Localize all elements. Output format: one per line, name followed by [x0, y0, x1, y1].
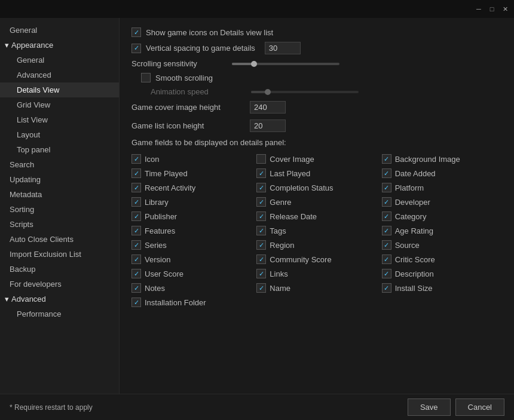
sidebar-item-scripts[interactable]: Scripts: [0, 217, 119, 232]
field-label-age-rating: Age Rating: [395, 226, 433, 235]
maximize-button[interactable]: □: [487, 4, 497, 14]
field-checkbox-platform[interactable]: [382, 183, 391, 192]
field-item-publisher: Publisher: [131, 210, 252, 222]
field-label-background-image: Background Image: [395, 155, 460, 164]
save-button[interactable]: Save: [408, 398, 451, 416]
sidebar-item-appearance-grid-view[interactable]: Grid View: [0, 97, 119, 112]
field-checkbox-cover-image[interactable]: [256, 154, 266, 164]
field-item-platform: Platform: [382, 182, 502, 194]
close-button[interactable]: ✕: [500, 4, 510, 14]
sidebar-item-backup[interactable]: Backup: [0, 262, 119, 277]
field-label-name: Name: [270, 284, 290, 293]
field-checkbox-critic-score[interactable]: [382, 255, 391, 264]
sidebar-item-appearance-details-view[interactable]: Details View: [0, 82, 119, 97]
vertical-spacing-checkbox[interactable]: [131, 44, 141, 53]
field-checkbox-background-image[interactable]: [382, 154, 391, 164]
field-item-version: Version: [131, 253, 252, 265]
field-checkbox-links[interactable]: [256, 269, 266, 278]
field-checkbox-version[interactable]: [131, 255, 141, 264]
sidebar-item-appearance-top-panel[interactable]: Top panel: [0, 142, 119, 157]
sidebar-item-import-exclusion-list[interactable]: Import Exclusion List: [0, 247, 119, 262]
field-item-age-rating: Age Rating: [382, 225, 502, 237]
sidebar-item-sorting[interactable]: Sorting: [0, 202, 119, 217]
field-checkbox-source[interactable]: [382, 240, 391, 250]
game-cover-height-label: Game cover image height: [131, 103, 245, 112]
sidebar: General▾AppearanceGeneralAdvancedDetails…: [0, 18, 120, 394]
field-label-features: Features: [145, 226, 175, 235]
field-checkbox-completion-status[interactable]: [256, 183, 266, 192]
animation-speed-label: Animation speed: [151, 87, 246, 96]
sidebar-item-appearance-advanced[interactable]: Advanced: [0, 68, 119, 82]
field-item-completion-status: Completion Status: [256, 182, 377, 194]
field-label-last-played: Last Played: [270, 169, 310, 178]
field-item-links: Links: [256, 268, 377, 280]
field-checkbox-description[interactable]: [382, 269, 391, 278]
sidebar-item-appearance-general[interactable]: General: [0, 53, 119, 68]
field-checkbox-category[interactable]: [382, 211, 391, 221]
field-label-time-played: Time Played: [145, 169, 188, 178]
title-bar: ─ □ ✕: [0, 0, 514, 18]
field-item-source: Source: [382, 239, 502, 251]
sidebar-item-search[interactable]: Search: [0, 157, 119, 172]
field-label-category: Category: [395, 212, 427, 221]
field-checkbox-recent-activity[interactable]: [131, 183, 141, 192]
smooth-scrolling-checkbox[interactable]: [141, 73, 151, 82]
field-checkbox-date-added[interactable]: [382, 168, 391, 178]
cancel-button[interactable]: Cancel: [455, 398, 504, 416]
scrolling-sensitivity-slider[interactable]: [232, 63, 339, 65]
field-label-series: Series: [145, 241, 167, 250]
field-checkbox-install-size[interactable]: [382, 283, 391, 293]
game-list-icon-height-input[interactable]: [250, 119, 286, 132]
field-item-background-image: Background Image: [382, 153, 502, 165]
sidebar-item-appearance-header[interactable]: ▾Appearance: [0, 38, 119, 53]
sidebar-item-metadata[interactable]: Metadata: [0, 187, 119, 202]
sidebar-item-general-top[interactable]: General: [0, 23, 119, 38]
field-item-notes: Notes: [131, 282, 252, 294]
field-label-icon: Icon: [145, 155, 160, 164]
smooth-scrolling-label: Smooth scrolling: [155, 73, 213, 82]
field-checkbox-publisher[interactable]: [131, 211, 141, 221]
sidebar-item-appearance-list-view[interactable]: List View: [0, 112, 119, 127]
field-checkbox-library[interactable]: [131, 197, 141, 207]
sidebar-item-advanced-header[interactable]: ▾Advanced: [0, 292, 119, 306]
sidebar-item-updating[interactable]: Updating: [0, 172, 119, 187]
sidebar-item-auto-close-clients[interactable]: Auto Close Clients: [0, 232, 119, 247]
field-checkbox-tags[interactable]: [256, 226, 266, 235]
minimize-button[interactable]: ─: [473, 4, 484, 14]
field-item-date-added: Date Added: [382, 167, 502, 179]
field-checkbox-icon[interactable]: [131, 154, 141, 164]
sidebar-item-appearance-layout[interactable]: Layout: [0, 127, 119, 142]
field-label-date-added: Date Added: [395, 169, 436, 178]
game-list-icon-height-row: Game list icon height: [131, 119, 502, 132]
fields-grid: IconCover ImageBackground ImageTime Play…: [131, 153, 502, 308]
field-item-icon: Icon: [131, 153, 252, 165]
field-checkbox-name[interactable]: [256, 283, 266, 293]
field-checkbox-user-score[interactable]: [131, 269, 141, 278]
field-checkbox-community-score[interactable]: [256, 255, 266, 264]
field-checkbox-age-rating[interactable]: [382, 226, 391, 235]
field-checkbox-region[interactable]: [256, 240, 266, 250]
field-checkbox-release-date[interactable]: [256, 211, 266, 221]
field-checkbox-developer[interactable]: [382, 197, 391, 207]
field-checkbox-time-played[interactable]: [131, 168, 141, 178]
sidebar-item-advanced-performance[interactable]: Performance: [0, 306, 119, 321]
bottom-bar: * Requires restart to apply Save Cancel: [0, 394, 514, 420]
field-checkbox-series[interactable]: [131, 240, 141, 250]
restart-note: * Requires restart to apply: [10, 403, 93, 412]
scrolling-sensitivity-row: Scrolling sensitivity: [131, 59, 502, 68]
vertical-spacing-input[interactable]: [265, 42, 301, 54]
field-label-tags: Tags: [270, 226, 286, 235]
field-label-release-date: Release Date: [270, 212, 317, 221]
field-checkbox-last-played[interactable]: [256, 168, 266, 178]
field-item-features: Features: [131, 225, 252, 237]
field-checkbox-features[interactable]: [131, 226, 141, 235]
field-checkbox-genre[interactable]: [256, 197, 266, 207]
field-checkbox-notes[interactable]: [131, 283, 141, 293]
game-cover-height-input[interactable]: [250, 101, 286, 114]
game-cover-height-row: Game cover image height: [131, 101, 502, 114]
field-checkbox-installation-folder[interactable]: [131, 298, 141, 307]
show-game-icons-checkbox[interactable]: [131, 27, 141, 37]
field-label-developer: Developer: [395, 198, 430, 207]
field-item-region: Region: [256, 239, 377, 251]
sidebar-item-for-developers[interactable]: For developers: [0, 277, 119, 292]
